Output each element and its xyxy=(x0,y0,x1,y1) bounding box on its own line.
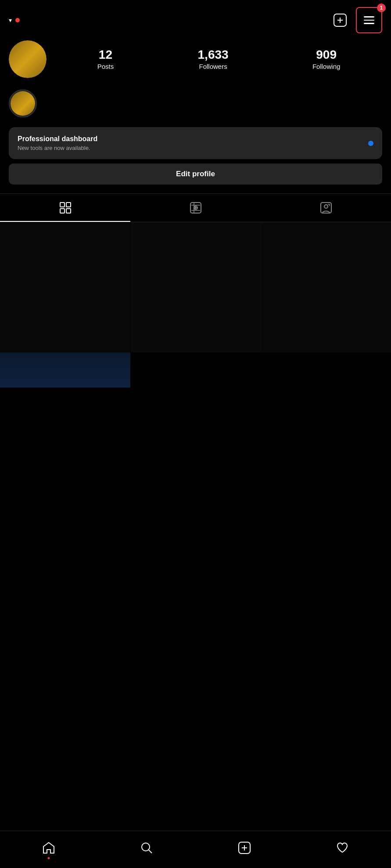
avatar-image xyxy=(9,40,47,78)
new-post-button[interactable] xyxy=(330,11,350,30)
grid-cell-1[interactable] xyxy=(0,222,130,352)
grid-tab-icon xyxy=(59,202,72,214)
posts-count: 12 xyxy=(99,48,112,62)
svg-point-12 xyxy=(142,843,150,851)
tab-tagged[interactable] xyxy=(261,194,391,222)
username-dropdown[interactable]: ▾ xyxy=(9,17,20,24)
following-stat[interactable]: 909 Following xyxy=(312,48,340,70)
menu-button[interactable]: 1 xyxy=(356,7,382,33)
tab-grid[interactable] xyxy=(0,194,130,222)
home-active-dot xyxy=(48,857,50,859)
highlights-row xyxy=(0,85,391,122)
svg-rect-3 xyxy=(60,203,65,207)
pro-dashboard-text: Professional dashboard New tools are now… xyxy=(18,135,97,151)
svg-rect-6 xyxy=(66,209,71,213)
header-right: 1 xyxy=(330,7,382,33)
svg-marker-9 xyxy=(195,207,197,209)
posts-label: Posts xyxy=(97,63,114,70)
tabs-section xyxy=(0,193,391,222)
pro-indicator-dot xyxy=(368,141,373,146)
pro-dashboard-title: Professional dashboard xyxy=(18,135,97,143)
reels-tab-icon xyxy=(190,202,202,214)
home-icon xyxy=(42,841,55,854)
header: ▾ 1 xyxy=(0,0,391,40)
online-dot xyxy=(15,18,20,22)
edit-profile-button[interactable]: Edit profile xyxy=(9,164,382,185)
highlight-inner xyxy=(11,91,35,116)
notification-badge: 1 xyxy=(377,4,386,12)
following-count: 909 xyxy=(316,48,337,62)
nav-search-button[interactable] xyxy=(133,838,160,857)
following-label: Following xyxy=(312,63,340,70)
chevron-down-icon: ▾ xyxy=(9,17,12,24)
svg-rect-5 xyxy=(60,209,65,213)
svg-point-11 xyxy=(324,205,328,208)
followers-stat[interactable]: 1,633 Followers xyxy=(198,48,229,70)
tab-reels[interactable] xyxy=(130,194,261,222)
stats-row: 12 Posts 1,633 Followers 909 Following xyxy=(55,48,382,70)
tagged-tab-icon xyxy=(320,202,332,214)
avatar[interactable] xyxy=(9,40,47,78)
followers-label: Followers xyxy=(199,63,227,70)
tabs-row xyxy=(0,194,391,222)
nav-add-button[interactable] xyxy=(231,838,258,857)
svg-rect-4 xyxy=(66,203,71,207)
pro-dashboard-subtitle: New tools are now available. xyxy=(18,145,97,151)
header-left: ▾ xyxy=(9,17,20,24)
grid-cell-2[interactable] xyxy=(131,222,261,352)
svg-line-13 xyxy=(149,850,152,853)
highlight-item[interactable] xyxy=(9,89,37,117)
posts-stat[interactable]: 12 Posts xyxy=(97,48,114,70)
pro-dashboard-card[interactable]: Professional dashboard New tools are now… xyxy=(9,127,382,159)
profile-avatar-row: 12 Posts 1,633 Followers 909 Following xyxy=(9,40,382,78)
heart-icon xyxy=(336,841,349,854)
bottom-navigation xyxy=(0,831,391,868)
search-icon xyxy=(140,841,153,854)
grid-cell-partial[interactable] xyxy=(0,352,130,388)
nav-activity-button[interactable] xyxy=(329,838,355,857)
grid-cell-3[interactable] xyxy=(261,222,391,352)
nav-home-button[interactable] xyxy=(36,838,62,857)
add-nav-icon xyxy=(238,841,251,854)
profile-section: 12 Posts 1,633 Followers 909 Following xyxy=(0,40,391,78)
hamburger-icon xyxy=(362,14,376,26)
followers-count: 1,633 xyxy=(198,48,229,62)
grid-content xyxy=(0,222,391,352)
highlight-circle xyxy=(9,89,37,117)
